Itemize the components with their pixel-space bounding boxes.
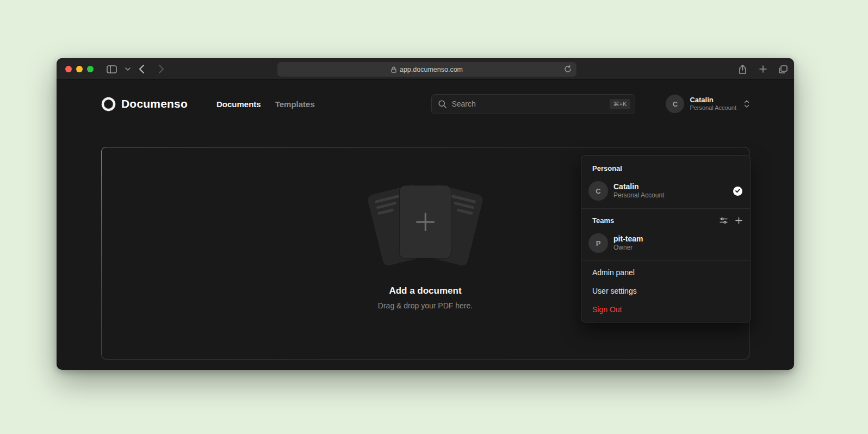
personal-account-avatar: C [588,181,608,201]
lock-icon [391,66,396,73]
team-avatar: P [588,233,608,253]
browser-window: app.documenso.com [57,58,794,370]
account-avatar: C [666,95,684,113]
plus-icon [416,213,435,231]
menu-personal-label: Personal [581,159,750,177]
menu-teams-label: Teams [592,216,712,225]
team-name: pit-team [613,234,742,244]
menu-item-admin-panel[interactable]: Admin panel [581,263,750,282]
close-window-button[interactable] [65,66,72,72]
brand[interactable]: Documenso [101,97,216,111]
sidebar-toggle-icon[interactable] [107,58,117,80]
nav-documents[interactable]: Documents [216,100,261,109]
dropzone-content: Add a document Drag & drop your PDF here… [355,179,496,310]
documenso-logo-icon [101,97,116,111]
account-dropdown-menu: Personal C Catalin Personal Account Team… [581,155,751,323]
nav-templates[interactable]: Templates [275,100,315,109]
team-role: Owner [613,244,742,252]
account-text: Catalin Personal Account [690,96,736,112]
zoom-window-button[interactable] [87,66,94,72]
new-tab-icon[interactable] [759,58,767,80]
menu-divider [581,261,750,261]
tab-overview-icon[interactable] [779,58,788,80]
search-shortcut-badge: ⌘+K [610,99,631,109]
add-team-icon[interactable] [735,217,742,224]
account-menu-trigger[interactable]: C Catalin Personal Account [666,95,749,113]
menu-teams-header: Teams [581,211,750,229]
brand-name: Documenso [121,97,188,110]
account-subtitle: Personal Account [690,104,736,112]
menu-divider [581,208,750,209]
app-header: Documenso Documents Templates Search ⌘+K… [101,92,749,116]
search-icon [438,100,447,108]
browser-titlebar: app.documenso.com [57,58,794,80]
back-button[interactable] [139,58,144,80]
main-nav: Documents Templates [216,100,315,109]
search-placeholder: Search [451,100,604,108]
personal-account-text: Catalin Personal Account [613,182,728,200]
share-icon[interactable] [739,58,747,80]
search-input[interactable]: Search ⌘+K [431,94,635,114]
team-text: pit-team Owner [613,234,742,252]
manage-teams-icon[interactable] [720,217,728,224]
document-card-center [400,185,451,258]
desktop-background: app.documenso.com [0,0,868,434]
chevron-updown-icon [744,100,749,108]
menu-item-user-settings[interactable]: User settings [581,282,750,300]
minimize-window-button[interactable] [76,66,83,72]
menu-personal-account-item[interactable]: C Catalin Personal Account [581,177,750,206]
selected-check-icon [733,187,742,196]
account-name: Catalin [690,96,736,104]
forward-button[interactable] [159,58,164,80]
dropzone-title: Add a document [389,286,461,296]
menu-team-item[interactable]: P pit-team Owner [581,229,750,258]
app-page: Documenso Documents Templates Search ⌘+K… [57,92,794,381]
document-cards-illustration [355,179,496,265]
menu-item-sign-out[interactable]: Sign Out [581,300,750,319]
reload-icon[interactable] [564,65,572,75]
chevron-down-icon[interactable] [125,58,131,80]
personal-account-subtitle: Personal Account [613,191,728,200]
address-bar-url: app.documenso.com [400,66,463,73]
dropzone-subtitle: Drag & drop your PDF here. [378,301,473,310]
personal-account-name: Catalin [613,182,728,191]
address-bar[interactable]: app.documenso.com [277,62,576,77]
traffic-lights [65,66,94,72]
